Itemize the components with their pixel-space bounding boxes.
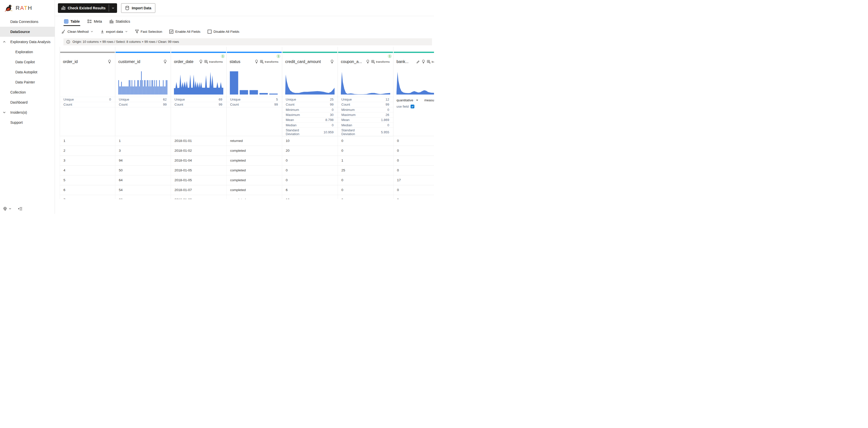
field-column-bank: bank...transformsquantitativemeasureuse … <box>394 47 434 136</box>
table-row: 6542018-01-07completed600 <box>60 185 434 195</box>
stat-label: Count <box>119 103 128 106</box>
table-cell: completed <box>226 156 282 165</box>
stat-label: Unique <box>286 97 296 101</box>
brand-letter: T <box>24 5 28 11</box>
column-spacer <box>60 47 115 52</box>
transforms-button[interactable]: transforms <box>205 60 223 64</box>
transforms-grid-icon <box>371 60 375 64</box>
transforms-button[interactable]: transforms <box>427 60 434 64</box>
column-name: order_id <box>63 59 78 64</box>
sidebar-item-datasource[interactable]: DataSource <box>0 27 55 37</box>
lightbulb-icon[interactable] <box>254 59 258 64</box>
broom-icon <box>61 29 66 34</box>
chevron-down-icon <box>125 30 128 33</box>
stat-value: 0 <box>332 123 334 127</box>
table-cell: completed <box>226 195 282 199</box>
stat-value: 0 <box>332 108 334 112</box>
column-header: status1transforms <box>226 53 282 70</box>
lightbulb-icon[interactable] <box>163 59 167 64</box>
sidebar-item-support[interactable]: Support <box>0 117 55 127</box>
lightbulb-icon[interactable] <box>330 59 334 64</box>
lightbulb-icon[interactable] <box>199 59 203 64</box>
sidebar-item-label: DataSource <box>10 30 30 34</box>
column-name: credit_card_amount <box>285 59 321 64</box>
field-column-order_date: order_date1transformsUnique69Count99 <box>171 47 226 136</box>
stat-row: Mean8.798 <box>282 117 338 122</box>
check-existed-results-button[interactable]: Check Existed Results <box>58 3 117 13</box>
lightbulb-icon[interactable] <box>422 59 426 64</box>
chevron-up-icon <box>2 40 6 45</box>
transforms-label: transforms <box>376 60 390 63</box>
sidebar-item-data-connections[interactable]: Data Connections <box>0 17 55 27</box>
info-icon <box>66 40 70 44</box>
tab-table[interactable]: Table <box>64 16 80 27</box>
stat-label: Standard Deviation <box>341 128 362 136</box>
bar-chart-icon <box>61 6 65 10</box>
table-cell: 3 <box>115 146 171 155</box>
stat-label: Maximum <box>286 113 300 117</box>
enable-all-fields-button[interactable]: Enable All Fields <box>169 29 200 34</box>
brand-letter: R <box>16 5 20 11</box>
chevron-down-icon <box>8 207 11 210</box>
column-header: bank...transforms <box>394 53 434 70</box>
stat-row: Count99 <box>171 102 226 107</box>
table-grid-icon <box>64 19 68 24</box>
sidebar-item-data-copilot[interactable]: Data Copilot <box>0 57 55 67</box>
app-logo: RATH <box>0 0 55 16</box>
column-header-icons: transforms <box>416 59 434 64</box>
sidebar-item-data-painter[interactable]: Data Painter <box>0 77 55 87</box>
column-name: status <box>229 59 240 64</box>
app-window: RATH Data Connections DataSource Explora… <box>0 0 434 214</box>
tab-statistics[interactable]: Statistics <box>110 16 130 27</box>
sidebar-item-data-autopilot[interactable]: Data Autopilot <box>0 67 55 77</box>
table-cell: 50 <box>115 166 171 175</box>
transforms-button[interactable]: transforms <box>371 60 390 64</box>
sidebar-footer: A <box>3 206 23 211</box>
transforms-label: transforms <box>265 60 278 63</box>
lightbulb-icon[interactable] <box>366 59 370 64</box>
stat-label: Count <box>341 103 350 106</box>
sidebar-item-insiders[interactable]: Insiders(α) <box>0 107 55 117</box>
table-cell: 54 <box>115 185 171 195</box>
tab-meta[interactable]: Meta <box>87 16 102 27</box>
collapse-sidebar-button[interactable] <box>18 207 23 211</box>
use-field-checkbox[interactable] <box>411 105 414 108</box>
transforms-label: transforms <box>209 60 223 63</box>
stat-label: Maximum <box>341 113 355 117</box>
stat-row: Minimum0 <box>282 107 338 112</box>
sidebar-item-exploration[interactable]: Exploration <box>0 47 55 57</box>
import-data-button[interactable]: Import Data <box>121 3 155 13</box>
stat-value: 99 <box>219 103 222 106</box>
stat-value: 0 <box>109 97 111 101</box>
table-cell: 0 <box>394 136 434 146</box>
stat-value: 12 <box>386 97 389 101</box>
pencil-icon[interactable] <box>416 60 420 64</box>
table-cell: 0 <box>394 185 434 195</box>
analytic-role-label[interactable]: measure <box>425 98 434 102</box>
table-cell: 0 <box>338 146 394 155</box>
lightbulb-icon[interactable] <box>107 59 112 64</box>
transforms-button[interactable]: transforms <box>260 60 278 64</box>
sidebar-item-label: Data Autopilot <box>16 70 37 74</box>
transforms-label: transforms <box>432 60 434 63</box>
sidebar-item-exploratory-data-analysis[interactable]: Exploratory Data Analysis <box>0 37 55 47</box>
chevron-down-icon <box>2 111 6 115</box>
semantic-type-dropdown[interactable]: quantitative <box>397 98 413 102</box>
check-results-dropdown[interactable] <box>109 3 117 13</box>
language-selector[interactable]: A <box>3 206 11 211</box>
tool-label: Clean Method <box>67 30 89 33</box>
table-cell: 3 <box>60 156 115 165</box>
table-cell: 1 <box>60 136 115 146</box>
column-chart-area <box>115 70 171 95</box>
sidebar-item-dashboard[interactable]: Dashboard <box>0 97 55 107</box>
export-data-button[interactable]: export data <box>100 29 128 33</box>
fast-selection-button[interactable]: Fast Selection <box>135 29 162 33</box>
sidebar-item-collection[interactable]: Collection <box>0 87 55 97</box>
disable-all-fields-button[interactable]: Disable All Fields <box>208 29 239 34</box>
table-cell: 0 <box>338 195 394 199</box>
stat-row: Count99 <box>226 102 282 107</box>
transforms-count-badge: 1 <box>388 54 392 58</box>
stat-label: Count <box>175 103 183 106</box>
clean-method-button[interactable]: Clean Method <box>61 29 93 34</box>
column-header-icons: transforms <box>366 59 390 64</box>
